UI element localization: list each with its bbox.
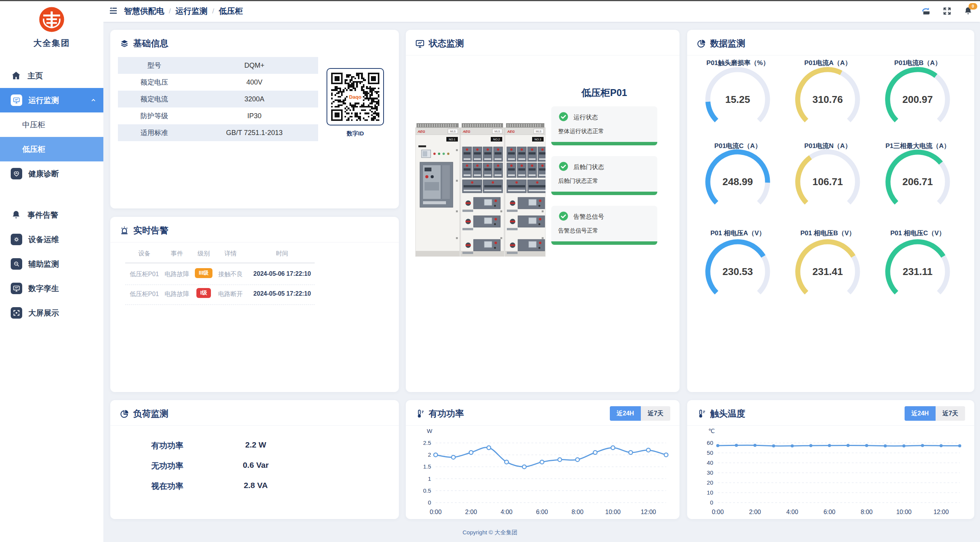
temp-tab-近24H[interactable]: 近24H [905, 406, 936, 421]
info-row: 适用标准GB/T 7251.1-2013 [118, 124, 318, 141]
sidebar-subitem-低压柜[interactable]: 低压柜 [0, 137, 103, 161]
divider [406, 55, 679, 55]
sidebar-item-数字孪生[interactable]: 数字孪生 [0, 276, 103, 301]
power-tab-近7天[interactable]: 近7天 [641, 406, 670, 421]
logo[interactable]: 大全集团 [0, 5, 103, 49]
sidebar-item-健康诊断[interactable]: 健康诊断 [0, 161, 103, 186]
x-tick-label: 6:00 [823, 509, 835, 515]
gauge-value: 230.53 [722, 266, 753, 277]
frame-icon [13, 309, 20, 317]
breadcrumb-item-0[interactable]: 智慧供配电 [124, 6, 164, 16]
sidebar-subitem-中压柜[interactable]: 中压柜 [0, 112, 103, 137]
breadcrumb-item-1[interactable]: 运行监测 [175, 6, 207, 16]
x-tick-label: 12:00 [641, 509, 656, 515]
x-tick-label: 10:00 [605, 509, 621, 515]
power-title-text: 有功功率 [429, 408, 464, 420]
return-icon[interactable] [921, 6, 931, 16]
active-power-card: 有功功率 近24H近7天 00.511.522.50:002:004:006:0… [406, 400, 679, 519]
info-row: 防护等级IP30 [118, 107, 318, 124]
x-tick-label: 6:00 [536, 509, 548, 515]
basic-info-title: 基础信息 [119, 37, 168, 49]
cabinet-number-label: NO.2 [493, 138, 500, 141]
gauge-value: 206.71 [902, 176, 933, 187]
screen-icon [11, 283, 22, 294]
y-tick-label: 2 [428, 451, 431, 458]
breadcrumb-separator: / [212, 7, 214, 15]
hamburger-icon [109, 6, 118, 15]
thermometer-icon [415, 409, 425, 419]
info-value: IP30 [191, 112, 318, 120]
alarm-card-title: 实时告警 [119, 225, 168, 236]
sidebar-item-label: 运行监测 [28, 95, 90, 106]
status-item-desc: 整体运行状态正常 [558, 128, 604, 135]
magnifier-icon [13, 260, 20, 268]
y-tick-label: 10 [707, 489, 713, 496]
temp-tab-近7天[interactable]: 近7天 [936, 406, 965, 421]
status-item-运行状态: 运行状态整体运行状态正常 [551, 106, 657, 145]
layers-icon [119, 39, 129, 49]
status-item-green-bar [551, 241, 657, 245]
home-icon [11, 70, 21, 81]
temp-range-tabs: 近24H近7天 [905, 406, 965, 421]
divider [687, 55, 974, 55]
sidebar-item-label: 事件告警 [28, 210, 97, 220]
gauge-P01 相电压A（V）: 230.53 [697, 236, 778, 305]
alarm-cell-time: 2024-05-05 17:22:10 [250, 290, 315, 297]
alarm-row-divider [125, 304, 315, 305]
breadcrumb-item-2[interactable]: 低压柜 [219, 6, 243, 16]
sidebar-item-事件告警[interactable]: 事件告警 [0, 203, 103, 227]
alarm-col-header: 时间 [250, 250, 315, 258]
sidebar-item-辅助监测[interactable]: 辅助监测 [0, 252, 103, 276]
screen-icon [13, 285, 20, 292]
collapse-menu-button[interactable] [109, 6, 118, 15]
axis-unit-label: W [427, 428, 433, 434]
info-label: 额定电流 [118, 94, 191, 104]
notification-badge: 0 [969, 3, 977, 10]
power-range-tabs: 近24H近7天 [610, 406, 670, 421]
sidebar-item-运行监测[interactable]: 运行监测 [0, 88, 103, 112]
load-row-label: 无功功率 [151, 461, 201, 471]
siren-icon [119, 226, 129, 236]
sidebar-item-label: 设备运维 [28, 234, 97, 245]
x-tick-label: 0:00 [712, 509, 724, 515]
gear-icon [11, 234, 22, 245]
expand-icon [942, 7, 952, 16]
sidebar-item-label: 健康诊断 [28, 169, 97, 179]
fullscreen-icon[interactable] [942, 7, 952, 16]
digital-id-qr-code[interactable]: Daqo [327, 68, 384, 125]
power-tab-近24H[interactable]: 近24H [610, 406, 641, 421]
basic-info-card: 基础信息 型号DQM+额定电压400V额定电流3200A防护等级IP30适用标准… [110, 30, 399, 208]
info-label: 型号 [118, 61, 191, 70]
x-tick-label: 0:00 [430, 509, 441, 515]
alarm-cell-device: 低压柜P01 [125, 270, 163, 278]
status-monitor-card: 状态监测 低压柜P01 AEGMLSNO.1AEGMLSNO.2AEGMLSNO… [406, 30, 679, 392]
cabinet-model-label: MLS [495, 130, 500, 133]
basic-info-table: 型号DQM+额定电压400V额定电流3200A防护等级IP30适用标准GB/T … [118, 57, 318, 141]
sidebar-item-设备运维[interactable]: 设备运维 [0, 227, 103, 252]
magnifier-icon [11, 258, 22, 270]
y-tick-label: 20 [707, 479, 713, 486]
sidebar-item-主页[interactable]: 主页 [0, 63, 103, 88]
heart-icon [11, 168, 22, 179]
bell-icon [11, 210, 21, 220]
x-tick-label: 12:00 [933, 509, 949, 515]
gauge-P01电流C（A）: 248.99 [697, 146, 778, 215]
status-item-name: 后舱门状态 [573, 163, 604, 171]
page: 大全集团 主页运行监测中压柜低压柜健康诊断事件告警设备运维辅助监测数字孪生大屏展… [0, 0, 980, 542]
cabinet-model-label: MLS [450, 130, 456, 133]
sidebar-item-label: 主页 [28, 71, 97, 81]
divider [110, 242, 399, 243]
heart-icon [13, 170, 20, 177]
pie-icon [119, 409, 129, 419]
device-name: 低压柜P01 [551, 86, 657, 99]
alarm-cell-device: 低压柜P01 [125, 290, 163, 298]
status-item-green-bar [551, 142, 657, 145]
sidebar-item-大屏展示[interactable]: 大屏展示 [0, 301, 103, 325]
x-tick-label: 4:00 [786, 509, 798, 515]
status-item-name: 告警总信号 [573, 213, 604, 221]
notification-bell-icon[interactable]: 0 [963, 6, 973, 16]
y-tick-label: 30 [707, 469, 713, 476]
check-circle-icon [558, 211, 569, 221]
status-card-title: 状态监测 [415, 37, 464, 49]
table-header-divider [125, 263, 315, 263]
